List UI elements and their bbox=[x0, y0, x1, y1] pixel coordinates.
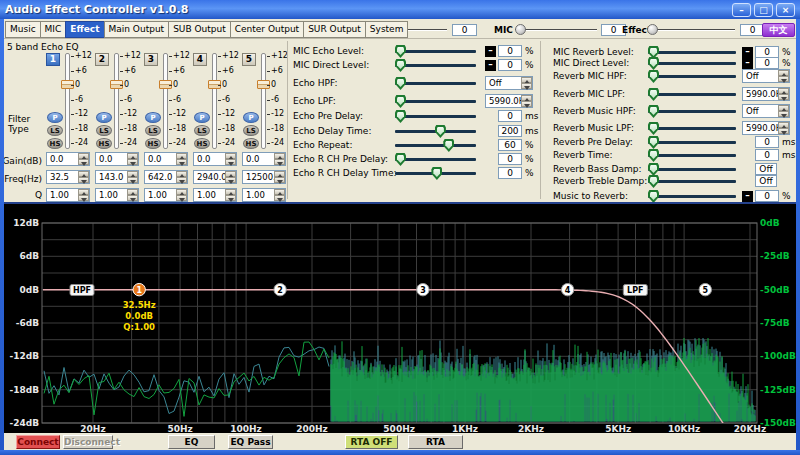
spin-down-icon[interactable] bbox=[274, 177, 285, 183]
echo-echo-pre-delay-slider-track[interactable] bbox=[395, 115, 476, 118]
echo-echo-r-ch-pre-delay-slider-track[interactable] bbox=[395, 158, 476, 161]
echo-echo-r-ch-pre-delay-slider-handle[interactable] bbox=[395, 153, 406, 166]
echo-echo-r-ch-delay-time-value[interactable]: 0 bbox=[498, 167, 522, 179]
spin-down-icon[interactable] bbox=[176, 195, 187, 201]
band5-filter-hs-button[interactable]: HS bbox=[243, 138, 259, 149]
band1-filter-hs-button[interactable]: HS bbox=[47, 138, 63, 149]
band5-filter-ls-button[interactable]: LS bbox=[243, 125, 259, 136]
tab-center-output[interactable]: Center Output bbox=[230, 21, 304, 38]
band3-filter-p-button[interactable]: P bbox=[145, 112, 161, 123]
spin-down-icon[interactable] bbox=[127, 159, 138, 165]
rta-off-button[interactable]: RTA OFF bbox=[345, 435, 398, 449]
echo-echo-hpf-spinbox[interactable]: Off bbox=[485, 76, 533, 90]
spin-down-icon[interactable] bbox=[127, 177, 138, 183]
mic-master-slider-track[interactable] bbox=[515, 29, 597, 31]
band4-gain-spinbox[interactable]: 0.0 bbox=[193, 152, 237, 166]
tab-mic[interactable]: MIC bbox=[40, 21, 67, 38]
band1-filter-ls-button[interactable]: LS bbox=[47, 125, 63, 136]
reverb-mic-direct-level-slider-handle[interactable] bbox=[648, 57, 659, 70]
band3-filter-hs-button[interactable]: HS bbox=[145, 138, 161, 149]
spin-down-icon[interactable] bbox=[225, 177, 236, 183]
band3-gain-slider-track[interactable] bbox=[163, 53, 168, 149]
reverb-reverb-music-lpf-spinbox[interactable]: 5990.0Hz bbox=[742, 121, 790, 135]
reverb-reverb-mic-lpf-slider-handle[interactable] bbox=[648, 88, 659, 101]
band4-select-button[interactable]: 4 bbox=[193, 53, 207, 66]
reverb-reverb-treble-damp-slider-handle[interactable] bbox=[648, 175, 659, 188]
echo-echo-repeat-slider-track[interactable] bbox=[395, 144, 476, 147]
echo-mic-echo-level-slider-track[interactable] bbox=[395, 50, 476, 53]
reverb-reverb-music-hpf-slider-track[interactable] bbox=[648, 110, 736, 113]
minimize-button[interactable]: – bbox=[732, 3, 751, 17]
echo-echo-lpf-slider-handle[interactable] bbox=[395, 95, 406, 108]
echo-echo-repeat-slider-handle[interactable] bbox=[443, 139, 454, 152]
band5-filter-p-button[interactable]: P bbox=[243, 112, 259, 123]
tab-effect[interactable]: Effect bbox=[65, 21, 104, 38]
band2-q-spinbox[interactable]: 1.00 bbox=[95, 188, 139, 202]
reverb-mic-direct-level-minus-button[interactable]: – bbox=[742, 58, 753, 69]
spin-down-icon[interactable] bbox=[225, 195, 236, 201]
reverb-reverb-music-lpf-slider-track[interactable] bbox=[648, 127, 736, 130]
spin-down-icon[interactable] bbox=[127, 195, 138, 201]
band5-q-spinbox[interactable]: 1.00 bbox=[242, 188, 286, 202]
reverb-reverb-music-hpf-slider-handle[interactable] bbox=[648, 105, 659, 118]
reverb-reverb-bass-damp-slider-track[interactable] bbox=[648, 168, 736, 171]
reverb-music-to-reverb-slider-track[interactable] bbox=[648, 195, 736, 198]
spin-down-icon[interactable] bbox=[274, 159, 285, 165]
band4-filter-hs-button[interactable]: HS bbox=[194, 138, 210, 149]
band1-q-spinbox[interactable]: 1.00 bbox=[46, 188, 90, 202]
band2-select-button[interactable]: 2 bbox=[95, 53, 109, 66]
spin-down-icon[interactable] bbox=[778, 76, 789, 82]
band3-select-button[interactable]: 3 bbox=[144, 53, 158, 66]
echo-echo-delay-time-slider-handle[interactable] bbox=[435, 125, 446, 138]
reverb-reverb-time-value[interactable]: 0 bbox=[755, 149, 779, 161]
spin-down-icon[interactable] bbox=[176, 177, 187, 183]
spin-down-icon[interactable] bbox=[274, 195, 285, 201]
tab-system[interactable]: System bbox=[365, 21, 409, 38]
tab-music[interactable]: Music bbox=[5, 21, 41, 38]
reverb-reverb-pre-delay-value[interactable]: 0 bbox=[755, 136, 779, 148]
echo-echo-delay-time-value[interactable]: 200 bbox=[498, 125, 522, 137]
echo-echo-r-ch-pre-delay-value[interactable]: 0 bbox=[498, 153, 522, 165]
band2-filter-p-button[interactable]: P bbox=[96, 112, 112, 123]
reverb-reverb-bass-damp-slider-handle[interactable] bbox=[648, 163, 659, 176]
spin-down-icon[interactable] bbox=[176, 159, 187, 165]
spin-down-icon[interactable] bbox=[78, 195, 89, 201]
reverb-reverb-pre-delay-slider-track[interactable] bbox=[648, 141, 736, 144]
band2-filter-ls-button[interactable]: LS bbox=[96, 125, 112, 136]
echo-echo-pre-delay-value[interactable]: 0 bbox=[498, 110, 522, 122]
reverb-reverb-pre-delay-slider-handle[interactable] bbox=[648, 136, 659, 149]
connect-button[interactable]: Connect bbox=[16, 435, 60, 449]
echo-echo-hpf-slider-handle[interactable] bbox=[395, 77, 406, 90]
tab-sub-output[interactable]: SUB Output bbox=[168, 21, 231, 38]
reverb-reverb-mic-hpf-slider-track[interactable] bbox=[648, 75, 736, 78]
echo-mic-echo-level-minus-button[interactable]: – bbox=[485, 46, 496, 57]
echo-echo-pre-delay-slider-handle[interactable] bbox=[395, 110, 406, 123]
reverb-music-to-reverb-value[interactable]: 0 bbox=[755, 190, 779, 202]
reverb-mic-reverb-level-slider-track[interactable] bbox=[648, 51, 736, 54]
maximize-button[interactable]: □ bbox=[754, 3, 773, 17]
echo-mic-direct-level-minus-button[interactable]: – bbox=[485, 60, 496, 71]
band1-gain-spinbox[interactable]: 0.0 bbox=[46, 152, 90, 166]
close-button[interactable]: × bbox=[776, 3, 795, 17]
reverb-reverb-mic-hpf-slider-handle[interactable] bbox=[648, 70, 659, 83]
band4-gain-slider-track[interactable] bbox=[212, 53, 217, 149]
spin-down-icon[interactable] bbox=[778, 111, 789, 117]
reverb-reverb-time-slider-track[interactable] bbox=[648, 154, 736, 157]
reverb-mic-direct-level-value[interactable]: 0 bbox=[755, 57, 779, 69]
band3-q-spinbox[interactable]: 1.00 bbox=[144, 188, 188, 202]
echo-echo-hpf-slider-track[interactable] bbox=[395, 82, 476, 85]
band2-filter-hs-button[interactable]: HS bbox=[96, 138, 112, 149]
band4-filter-ls-button[interactable]: LS bbox=[194, 125, 210, 136]
band1-select-button[interactable]: 1 bbox=[46, 53, 60, 66]
reverb-reverb-treble-damp-slider-track[interactable] bbox=[648, 180, 736, 183]
echo-mic-echo-level-value[interactable]: 0 bbox=[498, 45, 522, 57]
tab-main-output[interactable]: Main Output bbox=[104, 21, 170, 38]
spin-down-icon[interactable] bbox=[521, 101, 532, 107]
band5-gain-spinbox[interactable]: 0.0 bbox=[242, 152, 286, 166]
reverb-reverb-music-hpf-spinbox[interactable]: Off bbox=[742, 104, 790, 118]
echo-echo-r-ch-delay-time-slider-handle[interactable] bbox=[431, 167, 442, 180]
band2-gain-spinbox[interactable]: 0.0 bbox=[95, 152, 139, 166]
band4-freq-spinbox[interactable]: 2940.0 bbox=[193, 170, 237, 184]
effect-master-slider-track[interactable] bbox=[647, 29, 735, 31]
language-toggle-button[interactable]: 中文 bbox=[762, 23, 795, 37]
